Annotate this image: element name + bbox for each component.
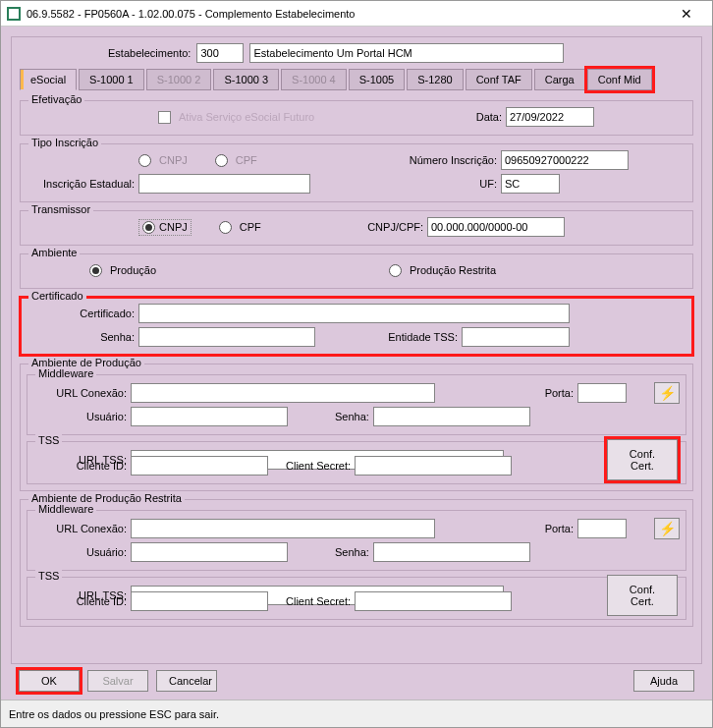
num-insc-label: Número Inscrição: (410, 154, 497, 166)
senha-cert-input[interactable] (138, 327, 315, 347)
check-ativa-servico-label: Ativa Serviço eSocial Futuro (179, 111, 314, 123)
group-rest-tss: TSS URL TSS: Conf. Cert. Cliente ID: Cli… (27, 577, 686, 620)
entidade-tss-label: Entidade TSS: (388, 331, 458, 343)
rest-tss-clientid-input[interactable] (131, 591, 268, 611)
tab-strip: eSocial S-1000 1 S-1000 2 S-1000 3 S-100… (20, 69, 693, 90)
rest-mw-url-input[interactable] (131, 519, 435, 538)
client-area: Estabelecimento: eSocial S-1000 1 S-1000… (1, 27, 712, 700)
group-amb-prod: Ambiente de Produção Middleware URL Cone… (20, 364, 693, 491)
data-input[interactable] (506, 107, 594, 127)
rest-mw-porta-input[interactable] (577, 519, 627, 538)
rest-mw-test-button[interactable]: ⚡ (654, 518, 680, 539)
close-icon[interactable]: ✕ (667, 6, 706, 22)
prod-mw-test-button[interactable]: ⚡ (654, 382, 680, 404)
group-rest-mw: Middleware URL Conexão: Porta: ⚡ Usuário… (27, 510, 686, 571)
data-label: Data: (476, 111, 502, 123)
lightning-icon: ⚡ (659, 385, 676, 401)
body-panel: Estabelecimento: eSocial S-1000 1 S-1000… (11, 36, 702, 664)
insc-est-input[interactable] (138, 174, 310, 194)
legend-tipo: Tipo Inscrição (28, 137, 101, 148)
trans-doc-label: CNPJ/CPF: (367, 221, 423, 233)
tab-s1000-4: S-1000 4 (281, 69, 347, 90)
window-title: 06.9.5582 - FP0560A - 1.02.00.075 - Comp… (27, 8, 667, 20)
legend-trans: Transmissor (28, 203, 93, 215)
prod-conf-cert-button[interactable]: Conf. Cert. (607, 439, 678, 480)
radio-trans-cnpj (142, 221, 155, 234)
prod-mw-user-input[interactable] (131, 407, 288, 426)
tab-s1000-1[interactable]: S-1000 1 (79, 69, 144, 90)
tab-s1000-2: S-1000 2 (146, 69, 212, 90)
header-row: Estabelecimento: (20, 43, 693, 63)
cert-input[interactable] (138, 304, 570, 323)
entidade-tss-input[interactable] (462, 327, 570, 347)
num-insc-input[interactable] (501, 150, 629, 170)
prod-tss-secret-input[interactable] (355, 456, 512, 476)
lightning-icon: ⚡ (659, 521, 676, 536)
uf-input[interactable] (501, 174, 560, 194)
cert-label: Certificado: (27, 308, 135, 319)
window: 06.9.5582 - FP0560A - 1.02.00.075 - Comp… (0, 0, 713, 728)
group-amb-rest: Ambiente de Produção Restrita Middleware… (20, 499, 693, 627)
rest-mw-user-input[interactable] (131, 542, 288, 562)
senha-cert-label: Senha: (27, 331, 135, 343)
legend-cert: Certificado (28, 290, 86, 302)
insc-est-label: Inscrição Estadual: (27, 178, 135, 190)
legend-efetivacao: Efetivação (28, 93, 84, 105)
estab-code-input[interactable] (196, 43, 244, 63)
rest-conf-cert-button[interactable]: Conf. Cert. (607, 575, 678, 616)
tab-s1000-3[interactable]: S-1000 3 (213, 69, 279, 90)
prod-tss-clientid-input[interactable] (131, 456, 268, 476)
tab-s1005[interactable]: S-1005 (349, 69, 405, 90)
prod-mw-porta-input[interactable] (577, 383, 627, 403)
group-transmissor: Transmissor CNPJ CPF CNPJ/CPF: (20, 210, 693, 246)
radio-amb-rest[interactable] (389, 264, 402, 277)
tab-esocial[interactable]: eSocial (20, 69, 77, 90)
prod-mw-url-input[interactable] (131, 383, 435, 403)
cancelar-button[interactable]: Cancelar (156, 670, 217, 692)
radio-trans-cpf[interactable] (219, 221, 232, 234)
estab-name-input[interactable] (249, 43, 564, 63)
group-efetivacao: Efetivação Ativa Serviço eSocial Futuro … (20, 100, 693, 136)
group-tipo-inscricao: Tipo Inscrição CNPJ CPF Número Inscrição… (20, 143, 693, 202)
group-certificado: Certificado Certificado: Senha: Entidade… (20, 297, 693, 356)
uf-label: UF: (479, 178, 497, 190)
salvar-button: Salvar (87, 670, 148, 692)
footer-bar: OK Salvar Cancelar Ajuda (11, 664, 702, 700)
radio-tipo-cpf[interactable] (215, 154, 228, 167)
group-prod-mw: Middleware URL Conexão: Porta: ⚡ Usuário… (27, 374, 686, 435)
group-prod-tss: TSS URL TSS: Conf. Cert. Cliente ID: Cli… (27, 441, 686, 484)
radio-amb-prod[interactable] (89, 264, 102, 277)
ok-button[interactable]: OK (19, 670, 80, 692)
titlebar: 06.9.5582 - FP0560A - 1.02.00.075 - Comp… (1, 1, 712, 27)
legend-ambiente: Ambiente (28, 247, 80, 258)
estab-label: Estabelecimento: (108, 47, 191, 59)
group-ambiente: Ambiente Produção Produção Restrita (20, 253, 693, 289)
tab-s1280[interactable]: S-1280 (407, 69, 463, 90)
trans-doc-input[interactable] (427, 217, 565, 237)
tab-conf-mid[interactable]: Conf Mid (587, 69, 652, 90)
prod-mw-senha-input[interactable] (373, 407, 530, 426)
app-icon (7, 7, 21, 21)
rest-tss-secret-input[interactable] (355, 591, 512, 611)
radio-trans-cnpj-wrap[interactable]: CNPJ (138, 219, 192, 236)
status-bar: Entre os dados ou pressione ESC para sai… (1, 700, 712, 727)
rest-mw-senha-input[interactable] (373, 542, 530, 562)
tab-conf-taf[interactable]: Conf TAF (466, 69, 532, 90)
status-text: Entre os dados ou pressione ESC para sai… (9, 708, 219, 720)
tab-carga[interactable]: Carga (534, 69, 585, 90)
ajuda-button[interactable]: Ajuda (633, 670, 694, 692)
check-ativa-servico[interactable] (158, 111, 171, 124)
radio-tipo-cnpj[interactable] (138, 154, 151, 167)
